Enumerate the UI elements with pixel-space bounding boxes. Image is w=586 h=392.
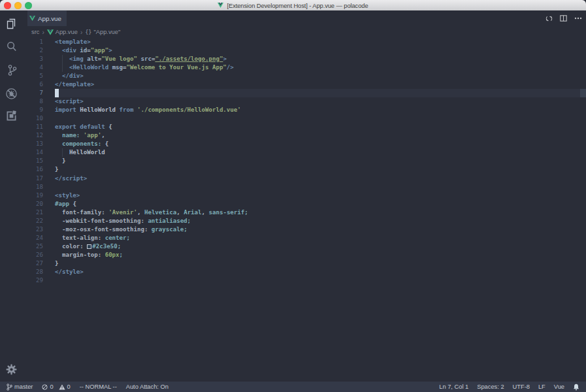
vue-file-icon <box>218 3 223 8</box>
tab-label: App.vue <box>38 15 61 22</box>
git-branch-indicator[interactable]: master <box>7 384 33 391</box>
line-number: 24 <box>26 234 43 242</box>
code-line-14[interactable]: 14 HelloWorld <box>26 148 586 157</box>
code-line-27[interactable]: 27} <box>26 259 586 268</box>
close-window-button[interactable] <box>4 2 11 9</box>
language-mode-indicator[interactable]: Vue <box>554 384 564 390</box>
line-number: 27 <box>26 259 43 268</box>
git-branch-icon <box>7 384 12 391</box>
line-number: 15 <box>26 157 43 165</box>
open-changes-icon[interactable] <box>545 15 553 22</box>
line-number: 21 <box>26 208 43 217</box>
tab-app-vue[interactable]: App.vue <box>27 10 67 26</box>
code-line-20[interactable]: 20#app { <box>26 200 586 208</box>
code-line-3[interactable]: 3 <img alt="Vue logo" src="./assets/logo… <box>26 55 586 63</box>
code-line-28[interactable]: 28</style> <box>26 268 586 276</box>
line-number: 10 <box>26 114 43 123</box>
source-control-icon[interactable] <box>5 64 18 76</box>
search-icon[interactable] <box>5 41 18 53</box>
code-line-18[interactable]: 18 <box>26 183 586 191</box>
code-line-7[interactable]: 7 <box>26 89 586 97</box>
line-number: 22 <box>26 217 43 225</box>
line-number: 28 <box>26 268 43 276</box>
problems-indicator[interactable]: 0 0 <box>42 384 70 390</box>
debug-icon[interactable] <box>5 88 18 100</box>
vue-breadcrumb-icon <box>47 29 54 35</box>
breadcrumb-separator: › <box>78 29 85 36</box>
line-number: 7 <box>26 89 43 97</box>
line-number: 5 <box>26 72 43 80</box>
activity-bar <box>0 10 26 382</box>
line-number: 4 <box>26 63 43 72</box>
code-line-22[interactable]: 22 -webkit-font-smoothing: antialiased; <box>26 217 586 225</box>
code-line-12[interactable]: 12 name: 'app', <box>26 131 586 140</box>
code-line-11[interactable]: 11export default { <box>26 123 586 131</box>
breadcrumb-src[interactable]: src <box>31 29 39 35</box>
code-line-13[interactable]: 13 components: { <box>26 140 586 148</box>
code-line-9[interactable]: 9import HelloWorld from './components/He… <box>26 106 586 114</box>
line-number: 19 <box>26 191 43 200</box>
line-number: 9 <box>26 106 43 114</box>
line-number: 12 <box>26 131 43 140</box>
settings-gear-icon[interactable] <box>6 364 17 375</box>
title-bar: [Extension Development Host] - App.vue —… <box>0 0 586 10</box>
code-line-29[interactable]: 29 <box>26 276 586 285</box>
breadcrumbs: src › App.vue › {} "App.vue" <box>26 26 586 38</box>
breadcrumb-app-vue[interactable]: App.vue <box>47 29 78 35</box>
extensions-icon[interactable] <box>5 110 18 122</box>
text-cursor <box>55 89 59 97</box>
line-number: 18 <box>26 183 43 191</box>
line-number: 16 <box>26 165 43 174</box>
breadcrumb-symbol[interactable]: {} "App.vue" <box>85 29 120 35</box>
line-number: 25 <box>26 242 43 251</box>
line-number: 23 <box>26 225 43 234</box>
indentation-indicator[interactable]: Spaces: 2 <box>477 384 504 390</box>
line-number: 20 <box>26 200 43 208</box>
auto-attach-indicator[interactable]: Auto Attach: On <box>126 384 169 390</box>
color-swatch <box>87 244 91 249</box>
status-bar: master 0 0 -- NORMAL -- Auto Attach: On … <box>0 382 586 392</box>
code-line-10[interactable]: 10 <box>26 114 586 123</box>
braces-icon: {} <box>85 29 91 35</box>
line-number: 1 <box>26 38 43 46</box>
window-title: [Extension Development Host] - App.vue —… <box>227 2 368 9</box>
line-number: 11 <box>26 123 43 131</box>
code-line-2[interactable]: 2 <div id="app"> <box>26 46 586 55</box>
line-number: 3 <box>26 55 43 63</box>
line-number: 29 <box>26 276 43 285</box>
code-line-25[interactable]: 25 color: #2c3e50; <box>26 242 586 251</box>
warnings-icon <box>59 384 65 390</box>
line-number: 2 <box>26 46 43 55</box>
line-number: 8 <box>26 97 43 106</box>
code-lines: 1<template>2 <div id="app">3 <img alt="V… <box>26 38 586 286</box>
minimize-window-button[interactable] <box>14 2 22 9</box>
line-number: 13 <box>26 140 43 148</box>
code-line-6[interactable]: 6</template> <box>26 80 586 89</box>
code-line-26[interactable]: 26 margin-top: 60px; <box>26 251 586 259</box>
code-line-17[interactable]: 17</script> <box>26 174 586 183</box>
line-number: 14 <box>26 148 43 157</box>
code-line-5[interactable]: 5 </div> <box>26 72 586 80</box>
encoding-indicator[interactable]: UTF-8 <box>513 384 530 390</box>
code-line-1[interactable]: 1<template> <box>26 38 586 46</box>
code-line-21[interactable]: 21 font-family: 'Avenir', Helvetica, Ari… <box>26 208 586 217</box>
vim-mode-indicator[interactable]: -- NORMAL -- <box>80 384 117 390</box>
line-number: 26 <box>26 251 43 259</box>
code-line-4[interactable]: 4 <HelloWorld msg="Welcome to Your Vue.j… <box>26 63 586 72</box>
split-editor-icon[interactable] <box>560 15 567 22</box>
more-actions-icon[interactable] <box>574 17 582 20</box>
vue-tab-icon <box>29 16 35 21</box>
explorer-icon[interactable] <box>5 18 18 30</box>
zoom-window-button[interactable] <box>25 2 32 9</box>
code-line-19[interactable]: 19<style> <box>26 191 586 200</box>
code-line-16[interactable]: 16} <box>26 165 586 174</box>
code-line-23[interactable]: 23 -moz-osx-font-smoothing: grayscale; <box>26 225 586 234</box>
eol-indicator[interactable]: LF <box>538 384 545 390</box>
cursor-position-indicator[interactable]: Ln 7, Col 1 <box>439 384 468 390</box>
code-editor[interactable]: 1<template>2 <div id="app">3 <img alt="V… <box>26 38 586 286</box>
breadcrumb-separator: › <box>39 29 46 36</box>
notifications-bell-icon[interactable] <box>573 384 579 391</box>
code-line-15[interactable]: 15 } <box>26 157 586 165</box>
code-line-8[interactable]: 8<script> <box>26 97 586 106</box>
code-line-24[interactable]: 24 text-align: center; <box>26 234 586 242</box>
